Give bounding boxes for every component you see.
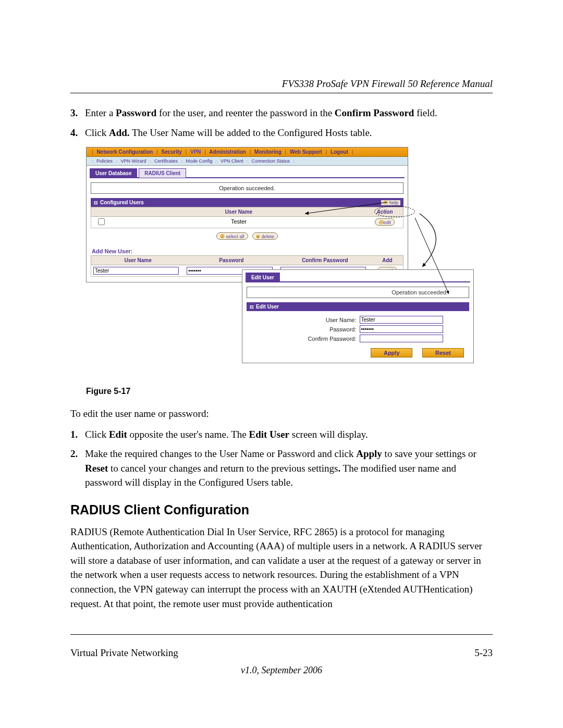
header-rule — [70, 93, 493, 93]
step-3-num: 3. — [70, 106, 85, 120]
sub-navbar: :: Policies :: VPN Wizard :: Certificate… — [87, 157, 408, 166]
addhdr-add: Add — [372, 256, 403, 265]
help-button[interactable]: ⦿ help — [381, 200, 400, 205]
edit-input-confirm[interactable] — [360, 335, 443, 342]
tab-row: User Database RADIUS Client — [87, 166, 408, 178]
nav-monitoring[interactable]: Monitoring — [254, 149, 282, 155]
apply-button[interactable]: Apply — [371, 348, 412, 357]
section-edit-user: ⊟ Edit User — [247, 302, 469, 311]
tab-edit-user[interactable]: Edit User — [246, 273, 280, 282]
row-username: Tester — [111, 217, 366, 228]
subnav-policies[interactable]: Policies — [96, 158, 113, 164]
addhdr-username: User Name — [91, 256, 185, 265]
edit-button[interactable]: ⦿edit — [375, 218, 395, 226]
screenshot-user-database: | Network Configuration | Security | VPN… — [86, 147, 408, 282]
select-all-button[interactable]: ⦿ select all — [216, 232, 248, 240]
subnav-wizard[interactable]: VPN Wizard — [120, 158, 146, 164]
footer-right: 5-23 — [474, 647, 493, 659]
add-new-user-title: Add New User: — [87, 248, 408, 255]
col-action: Action — [366, 207, 403, 216]
edit-intro: To edit the user name or password: — [70, 406, 493, 421]
reset-button[interactable]: Reset — [422, 348, 464, 357]
footer-version: v1.0, September 2006 — [70, 665, 493, 676]
row-checkbox[interactable] — [98, 218, 105, 225]
addhdr-confirm: Confirm Password — [278, 256, 372, 265]
figure-caption: Figure 5-17 — [86, 387, 493, 396]
main-navbar: | Network Configuration | Security | VPN… — [87, 147, 408, 157]
edit-step-2-num: 2. — [70, 447, 85, 490]
edit-input-username[interactable] — [360, 316, 443, 324]
subnav-connstatus[interactable]: Connection Status — [251, 158, 290, 164]
step-3-text: Enter a Password for the user, and reent… — [85, 106, 493, 120]
addhdr-password: Password — [185, 256, 278, 265]
footer-left: Virtual Private Networking — [70, 647, 178, 659]
subnav-vpnclient[interactable]: VPN Client — [221, 158, 243, 164]
step-4-num: 4. — [70, 126, 85, 140]
edit-input-password[interactable] — [360, 325, 443, 333]
radius-paragraph: RADIUS (Remote Authentication Dial In Us… — [70, 525, 493, 611]
doc-header-title: FVS338 ProSafe VPN Firewall 50 Reference… — [70, 78, 493, 90]
nav-vpn[interactable]: VPN — [190, 149, 201, 155]
nav-admin[interactable]: Administration — [209, 149, 246, 155]
collapse-icon[interactable]: ⊟ — [250, 304, 254, 310]
footer-rule — [70, 634, 493, 635]
figure-5-17: | Network Configuration | Security | VPN… — [86, 147, 493, 382]
col-username: User Name — [111, 207, 366, 216]
tab-radius-client[interactable]: RADIUS Client — [139, 168, 186, 178]
nav-security[interactable]: Security — [161, 149, 181, 155]
label-username: User Name: — [248, 317, 360, 323]
heading-radius: RADIUS Client Configuration — [70, 502, 493, 517]
subnav-certs[interactable]: Certificates — [154, 158, 178, 164]
label-confirm: Confirm Password: — [248, 336, 360, 342]
nav-websupport[interactable]: Web Support — [290, 149, 322, 155]
subnav-modecfg[interactable]: Mode Config — [186, 158, 212, 164]
edit-step-2-text: Make the required changes to the User Na… — [85, 447, 493, 490]
operation-message: Operation succeeded. — [91, 182, 403, 194]
tab-user-database[interactable]: User Database — [90, 168, 137, 178]
nav-logout[interactable]: Logout — [331, 149, 348, 155]
section-configured-users: ⊟ Configured Users ⦿ help — [91, 198, 403, 207]
label-password: Password: — [248, 326, 360, 332]
delete-button[interactable]: ⊗ delete — [252, 232, 278, 240]
edit-step-1-text: Click Edit opposite the user's name. The… — [85, 427, 493, 442]
user-row: Tester ⦿edit — [91, 217, 403, 228]
collapse-icon[interactable]: ⊟ — [94, 200, 98, 205]
screenshot-edit-user: Edit User Operation succeeded. ⊟ Edit Us… — [242, 269, 474, 363]
operation-message-2: Operation succeeded. — [247, 287, 469, 298]
configured-users-header: User Name Action — [91, 207, 403, 217]
step-4-text: Click Add. The User Name will be added t… — [85, 126, 493, 140]
edit-step-1-num: 1. — [70, 427, 85, 442]
section-title: Configured Users — [100, 200, 144, 205]
nav-netconf[interactable]: Network Configuration — [96, 149, 153, 155]
input-username[interactable] — [93, 267, 179, 275]
section-title-edit: Edit User — [256, 304, 279, 310]
